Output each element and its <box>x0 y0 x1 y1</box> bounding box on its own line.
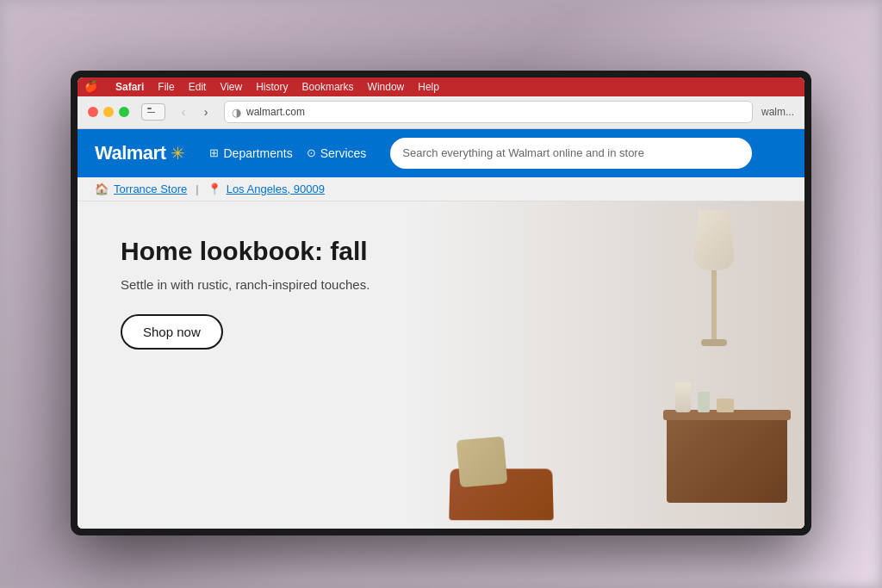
menu-safari[interactable]: Safari <box>115 81 144 93</box>
menu-help[interactable]: Help <box>418 81 439 93</box>
walmart-header: Walmart ✳ ⊞ Departments ⊙ Services Searc… <box>78 129 804 177</box>
menu-view[interactable]: View <box>220 81 242 93</box>
url-text: walmart.com <box>246 106 745 118</box>
back-button[interactable]: ‹ <box>174 102 193 121</box>
screen-inner: 🍎 Safari File Edit View History Bookmark… <box>78 77 804 529</box>
forward-button[interactable]: › <box>196 102 215 121</box>
cabinet-decoration <box>667 417 787 503</box>
departments-nav-item[interactable]: ⊞ Departments <box>209 146 292 160</box>
location-bar: 🏠 Torrance Store | 📍 Los Angeles, 90009 <box>78 177 804 201</box>
pin-icon: 📍 <box>208 183 221 195</box>
menu-history[interactable]: History <box>256 81 288 93</box>
lamp-shade <box>693 210 736 270</box>
menu-edit[interactable]: Edit <box>189 81 207 93</box>
account-text: walm... <box>761 106 794 118</box>
main-content: Home lookbook: fall Settle in with rusti… <box>78 201 804 529</box>
sofa-pillow <box>457 436 508 487</box>
hero-subtitle: Settle in with rustic, ranch-inspired to… <box>121 275 370 294</box>
store-name-link[interactable]: Torrance Store <box>114 183 187 195</box>
menu-file[interactable]: File <box>158 81 174 93</box>
shop-now-button[interactable]: Shop now <box>121 314 223 350</box>
decor-item-2 <box>698 392 710 412</box>
minimize-button[interactable] <box>103 107 114 117</box>
menu-bookmarks[interactable]: Bookmarks <box>302 81 354 93</box>
mac-screen: 🍎 Safari File Edit View History Bookmark… <box>71 71 811 535</box>
hero-text-section: Home lookbook: fall Settle in with rusti… <box>121 236 370 350</box>
close-button[interactable] <box>88 107 98 117</box>
toolbar-right: walm... <box>761 106 794 118</box>
departments-label: Departments <box>223 146 292 160</box>
sofa-area <box>441 332 659 529</box>
macos-menubar: 🍎 Safari File Edit View History Bookmark… <box>78 77 804 96</box>
hero-image <box>441 201 804 529</box>
nav-buttons: ‹ › <box>174 102 215 121</box>
spark-icon: ✳ <box>171 143 185 164</box>
safari-toolbar: ‹ › ◑ walmart.com walm... <box>78 96 804 129</box>
hero-banner: Home lookbook: fall Settle in with rusti… <box>78 201 804 529</box>
sidebar-toggle-button[interactable] <box>141 103 165 121</box>
decor-item-1 <box>675 382 691 412</box>
store-icon: 🏠 <box>95 183 109 195</box>
search-placeholder: Search everything at Walmart online and … <box>402 146 740 159</box>
hero-title: Home lookbook: fall <box>121 236 370 267</box>
location-separator: | <box>196 183 198 195</box>
menu-window[interactable]: Window <box>368 81 405 93</box>
lamp-base <box>701 339 727 346</box>
lamp-body <box>711 270 717 339</box>
reader-icon: ◑ <box>232 106 241 119</box>
walmart-logo[interactable]: Walmart ✳ <box>95 142 185 164</box>
furniture-scene <box>441 201 804 529</box>
walmart-logo-text: Walmart <box>95 142 165 164</box>
lamp-decoration <box>693 210 736 346</box>
cabinet-items <box>675 382 734 412</box>
header-nav: ⊞ Departments ⊙ Services <box>209 146 366 160</box>
sidebar-icon <box>147 108 159 116</box>
services-nav-item[interactable]: ⊙ Services <box>307 146 367 160</box>
traffic-lights <box>88 107 129 117</box>
address-bar[interactable]: ◑ walmart.com <box>224 101 753 123</box>
services-label: Services <box>320 146 367 160</box>
location-link[interactable]: Los Angeles, 90009 <box>227 183 325 195</box>
services-icon: ⊙ <box>307 146 316 159</box>
maximize-button[interactable] <box>119 107 129 117</box>
search-bar[interactable]: Search everything at Walmart online and … <box>390 138 752 169</box>
departments-icon: ⊞ <box>209 146 219 159</box>
apple-logo-icon[interactable]: 🍎 <box>84 80 98 93</box>
decor-item-3 <box>717 399 734 412</box>
